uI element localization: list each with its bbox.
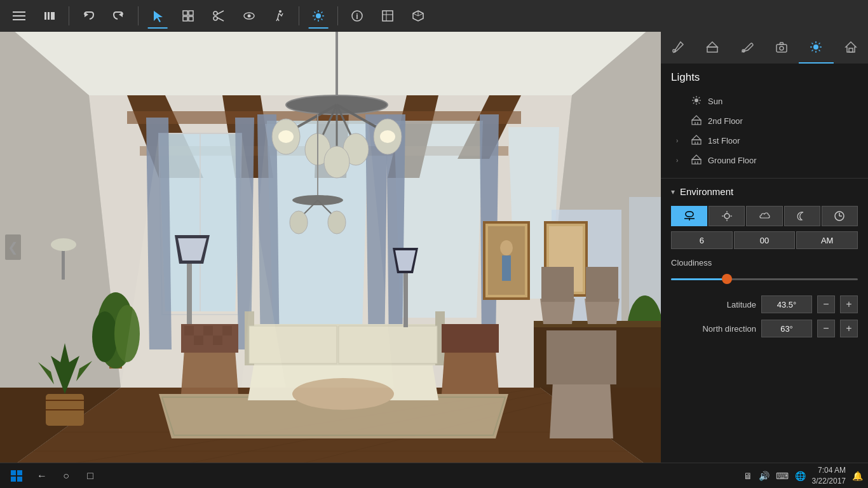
time-preset-night[interactable] (784, 206, 820, 226)
svg-point-120 (92, 311, 118, 362)
ground-floor-expand[interactable]: › (676, 157, 685, 164)
svg-marker-179 (692, 155, 701, 159)
svg-marker-171 (692, 116, 701, 120)
latitude-input[interactable]: 43.5° (761, 295, 812, 313)
1st-floor-label: 1st Floor (708, 136, 740, 146)
menu-button[interactable] (5, 2, 33, 30)
redo-button[interactable] (105, 2, 133, 30)
svg-point-19 (316, 13, 321, 18)
home-button[interactable]: ○ (56, 466, 76, 486)
panel-tabs (661, 32, 868, 64)
svg-line-24 (315, 12, 316, 13)
svg-marker-139 (550, 381, 613, 438)
light-item-1st-floor[interactable]: › 1st Floor (671, 131, 858, 151)
taskbar-left: ← ○ □ (5, 464, 100, 487)
cloudiness-label: Cloudiness (671, 258, 858, 268)
svg-rect-192 (11, 470, 16, 475)
eye-button[interactable] (235, 2, 263, 30)
latitude-plus-btn[interactable]: + (840, 295, 858, 313)
notification-icon[interactable]: 🔔 (852, 471, 863, 481)
lights-panel-tab[interactable] (799, 32, 833, 64)
1st-floor-expand[interactable]: › (676, 137, 685, 144)
select-tool-button[interactable] (144, 2, 172, 30)
environment-collapse-icon: ▾ (671, 187, 675, 196)
svg-rect-30 (383, 11, 393, 21)
time-preset-cloudy[interactable] (746, 206, 782, 226)
cloudiness-thumb[interactable] (722, 274, 732, 284)
lights-section: Lights Sun 2nd Floor › (661, 64, 868, 178)
task-view-button[interactable]: □ (80, 466, 100, 486)
top-toolbar: i (0, 0, 868, 32)
svg-rect-11 (189, 17, 193, 21)
viewport-left-arrow[interactable]: ❮ (5, 234, 21, 260)
svg-rect-170 (692, 120, 701, 125)
svg-point-13 (214, 17, 217, 20)
view-button[interactable] (374, 2, 402, 30)
light-item-sun[interactable]: Sun (671, 92, 858, 111)
north-direction-plus-btn[interactable]: + (840, 320, 858, 337)
latitude-row: Latitude 43.5° − + (671, 295, 858, 313)
svg-line-156 (819, 50, 820, 51)
svg-point-150 (813, 44, 818, 50)
volume-icon[interactable]: 🔊 (759, 471, 770, 481)
svg-line-14 (217, 11, 224, 15)
keyboard-icon[interactable]: ⌨ (776, 471, 789, 481)
svg-point-161 (695, 98, 698, 102)
paint-tab[interactable] (730, 32, 764, 64)
main-content: ❮ Lights (0, 32, 868, 463)
viewport[interactable]: ❮ (0, 32, 661, 463)
time-preset-clock[interactable] (822, 206, 858, 226)
time-min-input[interactable]: 00 (734, 231, 796, 249)
time-ampm-input[interactable]: AM (796, 231, 858, 249)
tools-tab[interactable] (661, 32, 695, 64)
svg-line-168 (699, 97, 700, 98)
cube-button[interactable] (404, 2, 432, 30)
environment-section: ▾ Environment (661, 178, 868, 351)
toolbar-separator-3 (299, 6, 299, 25)
sun-button[interactable] (304, 2, 332, 30)
svg-point-184 (724, 214, 729, 219)
north-direction-row: North direction 63° − + (671, 320, 858, 337)
toolbar-separator-2 (138, 6, 139, 25)
info-button[interactable]: i (343, 2, 371, 30)
svg-point-12 (214, 11, 217, 15)
svg-marker-149 (780, 43, 783, 44)
walk-button[interactable] (266, 2, 294, 30)
svg-line-167 (699, 103, 700, 104)
library-button[interactable] (36, 2, 64, 30)
scissors-button[interactable] (205, 2, 233, 30)
monitor-icon[interactable]: 🖥 (743, 471, 752, 481)
svg-line-157 (819, 43, 820, 44)
cloudiness-slider[interactable] (671, 273, 858, 285)
objects-button[interactable] (174, 2, 202, 30)
north-direction-minus-btn[interactable]: − (817, 320, 835, 337)
svg-rect-2 (13, 19, 25, 20)
1st-floor-icon (691, 135, 702, 147)
north-direction-input[interactable]: 63° (761, 320, 812, 337)
toolbar-separator-4 (337, 6, 338, 25)
home-tab[interactable] (834, 32, 868, 64)
back-button[interactable]: ← (32, 466, 52, 486)
environment-header[interactable]: ▾ Environment (671, 186, 858, 197)
svg-line-25 (322, 19, 323, 20)
latitude-minus-btn[interactable]: − (817, 295, 835, 313)
light-item-2nd-floor[interactable]: 2nd Floor (671, 111, 858, 131)
svg-rect-144 (707, 47, 717, 52)
structure-tab[interactable] (695, 32, 729, 64)
time-hour-input[interactable]: 6 (671, 231, 733, 249)
undo-button[interactable] (74, 2, 102, 30)
time-preset-day[interactable] (709, 206, 745, 226)
camera-tab[interactable] (764, 32, 799, 64)
svg-marker-37 (0, 32, 661, 95)
start-button[interactable] (5, 464, 28, 487)
lights-title: Lights (671, 71, 858, 84)
svg-rect-195 (17, 477, 22, 482)
svg-line-26 (322, 12, 323, 13)
svg-line-15 (217, 18, 224, 22)
right-panel: Lights Sun 2nd Floor › (661, 32, 868, 463)
taskbar-clock[interactable]: 7:04 AM 3/22/2017 (812, 465, 846, 487)
time-preset-sunrise[interactable] (671, 206, 707, 226)
svg-line-169 (693, 103, 695, 104)
light-item-ground-floor[interactable]: › Ground Floor (671, 151, 858, 170)
network-icon[interactable]: 🌐 (795, 471, 806, 481)
